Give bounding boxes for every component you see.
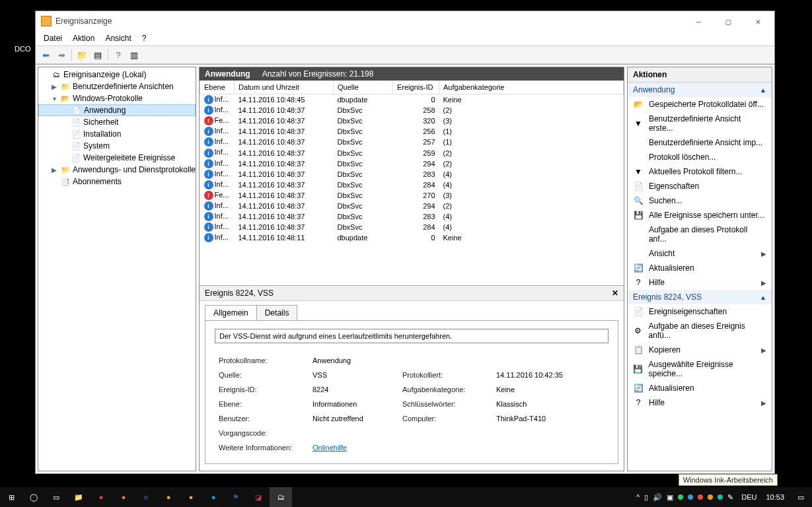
event-properties: Protokollname:Anwendung Quelle:VSSProtok… (215, 353, 609, 456)
action-item[interactable]: 📋Kopieren▶ (628, 343, 772, 357)
col-level[interactable]: Ebene (200, 81, 235, 94)
tree-custom-views[interactable]: ▶📁Benutzerdefinierte Ansichten (38, 81, 196, 92)
minimize-button[interactable]: — (684, 12, 714, 30)
info-icon: i (204, 201, 213, 211)
close-detail-button[interactable]: ✕ (612, 288, 618, 298)
navigation-tree[interactable]: 🗂Ereignisanzeige (Lokal) ▶📁Benutzerdefin… (38, 67, 196, 471)
tree-application[interactable]: 📄Anwendung (38, 104, 196, 116)
back-button[interactable]: ⬅ (38, 48, 53, 62)
tray-icon[interactable]: ▣ (667, 493, 673, 502)
chrome-icon[interactable]: ● (90, 487, 112, 507)
action-item[interactable]: 📂Gespeicherte Protokolldatei öff... (628, 97, 772, 112)
skype-icon[interactable]: ● (202, 487, 225, 507)
firefox-icon[interactable]: ● (112, 487, 135, 507)
col-category[interactable]: Aufgabenkategorie (439, 81, 624, 94)
event-row[interactable]: iInf...14.11.2016 10:48:37DbxSvc256(1) (200, 126, 624, 137)
event-row[interactable]: iInf...14.11.2016 10:48:37DbxSvc283(4) (200, 169, 624, 180)
action-item[interactable]: ?Hilfe▶ (628, 275, 772, 290)
start-button[interactable]: ⊞ (0, 487, 22, 507)
tray-icon[interactable] (718, 494, 723, 500)
action-item[interactable]: ?Hilfe▶ (628, 395, 772, 410)
event-row[interactable]: iInf...14.11.2016 10:48:37DbxSvc258(2) (200, 105, 624, 116)
action-item[interactable]: Benutzerdefinierte Ansicht imp... (628, 135, 772, 150)
tray-icon[interactable] (698, 494, 703, 500)
event-row[interactable]: iInf...14.11.2016 10:48:37DbxSvc294(2) (200, 158, 624, 169)
menu-view[interactable]: Ansicht (100, 32, 136, 44)
center-header: Anwendung Anzahl von Ereignissen: 21.198 (200, 67, 624, 81)
system-tray[interactable]: ^ ▯ 🔊 ▣ ✎ (632, 493, 737, 502)
eventviewer-taskbar-icon[interactable]: 🗂 (270, 487, 292, 507)
action-item[interactable]: 🔄Aktualisieren (628, 261, 772, 275)
col-datetime[interactable]: Datum und Uhrzeit (235, 81, 334, 94)
action-item[interactable]: 💾Ausgewählte Ereignisse speiche... (628, 357, 772, 381)
close-button[interactable]: ✕ (743, 12, 773, 30)
battery-icon[interactable]: ▯ (644, 493, 648, 502)
tray-chevron-icon[interactable]: ^ (636, 493, 640, 501)
cortana-button[interactable]: ◯ (22, 487, 45, 507)
app-icon[interactable]: ● (180, 487, 202, 507)
action-item[interactable]: Protokoll löschen... (628, 150, 772, 164)
action-item[interactable]: Ansicht▶ (628, 246, 772, 261)
help-button[interactable]: ? (111, 48, 126, 62)
event-row[interactable]: iInf...14.11.2016 10:48:37DbxSvc283(4) (200, 211, 624, 222)
tree-security[interactable]: 📄Sicherheit (38, 116, 196, 128)
event-row[interactable]: iInf...14.11.2016 10:48:37DbxSvc284(4) (200, 180, 624, 190)
tree-forwarded[interactable]: 📄Weitergeleitete Ereignisse (38, 152, 196, 164)
view-button[interactable]: ▥ (127, 48, 141, 62)
actions-group-application[interactable]: Anwendung▲ (628, 83, 772, 97)
maximize-button[interactable]: ▢ (714, 12, 743, 30)
event-grid-wrap[interactable]: Ebene Datum und Uhrzeit Quelle Ereignis-… (200, 81, 624, 286)
explorer-icon[interactable]: 📁 (67, 487, 90, 507)
menu-help[interactable]: ? (137, 32, 152, 44)
event-row[interactable]: !Fe...14.11.2016 10:48:37DbxSvc270(3) (200, 190, 624, 201)
tray-icon[interactable] (678, 494, 683, 500)
pen-icon[interactable]: ✎ (727, 493, 733, 502)
online-help-link[interactable]: Onlinehilfe (313, 444, 347, 452)
app-icon[interactable]: ● (157, 487, 180, 507)
event-row[interactable]: !Fe...14.11.2016 10:48:37DbxSvc320(3) (200, 116, 624, 126)
action-item[interactable]: Aufgabe an dieses Protokoll anf... (628, 222, 772, 246)
tab-details[interactable]: Details (256, 305, 298, 320)
event-row[interactable]: iInf...14.11.2016 10:48:11dbupdate0Keine (200, 232, 624, 243)
tree-system[interactable]: 📄System (38, 140, 196, 152)
action-item[interactable]: 📄Ereigniseigenschaften (628, 304, 772, 319)
tree-subscriptions[interactable]: 📑Abonnements (38, 176, 196, 187)
show-tree-button[interactable]: 📁 (75, 48, 89, 62)
edge-icon[interactable]: e (135, 487, 157, 507)
tray-icon[interactable] (688, 494, 693, 500)
app-icon[interactable]: ◪ (247, 487, 270, 507)
language-indicator[interactable]: DEU (737, 493, 760, 501)
action-item[interactable]: 💾Alle Ereignisse speichern unter... (628, 208, 772, 222)
menu-file[interactable]: Datei (38, 32, 67, 44)
event-row[interactable]: iInf...14.11.2016 10:48:37DbxSvc259(2) (200, 147, 624, 158)
col-eventid[interactable]: Ereignis-ID (393, 81, 439, 94)
tab-general[interactable]: Allgemein (205, 305, 257, 320)
action-item[interactable]: ▼Benutzerdefinierte Ansicht erste... (628, 112, 772, 135)
task-view-button[interactable]: ▭ (45, 487, 67, 507)
menu-action[interactable]: Aktion (67, 32, 100, 44)
forward-button[interactable]: ➡ (54, 48, 69, 62)
tree-app-service-logs[interactable]: ▶📁Anwendungs- und Dienstprotokolle (38, 164, 196, 176)
layout-button[interactable]: ▤ (91, 48, 105, 62)
event-row[interactable]: iInf...14.11.2016 10:48:37DbxSvc294(2) (200, 201, 624, 211)
clock[interactable]: 10:53 (760, 493, 790, 501)
event-row[interactable]: iInf...14.11.2016 10:48:37DbxSvc257(1) (200, 137, 624, 147)
tray-icon[interactable] (708, 494, 713, 500)
action-item[interactable]: 🔍Suchen... (628, 193, 772, 208)
action-item[interactable]: ▼Aktuelles Protokoll filtern... (628, 164, 772, 179)
tree-root[interactable]: 🗂Ereignisanzeige (Lokal) (38, 69, 196, 81)
volume-icon[interactable]: 🔊 (653, 493, 662, 502)
notifications-button[interactable]: ▭ (790, 487, 812, 507)
tree-setup[interactable]: 📄Installation (38, 128, 196, 140)
actions-group-event[interactable]: Ereignis 8224, VSS▲ (628, 290, 772, 304)
tree-label: Abonnements (73, 177, 122, 186)
action-icon: ▼ (633, 167, 644, 176)
action-item[interactable]: 🔄Aktualisieren (628, 381, 772, 395)
col-source[interactable]: Quelle (334, 81, 393, 94)
action-item[interactable]: 📄Eigenschaften (628, 179, 772, 193)
tree-windows-logs[interactable]: ▾📂Windows-Protokolle (38, 92, 196, 104)
flag-icon[interactable]: ⚑ (225, 487, 247, 507)
action-item[interactable]: ⚙Aufgabe an dieses Ereignis anfü... (628, 319, 772, 343)
event-row[interactable]: iInf...14.11.2016 10:48:37DbxSvc284(4) (200, 222, 624, 232)
event-row[interactable]: iInf...14.11.2016 10:48:45dbupdate0Keine (200, 94, 624, 106)
